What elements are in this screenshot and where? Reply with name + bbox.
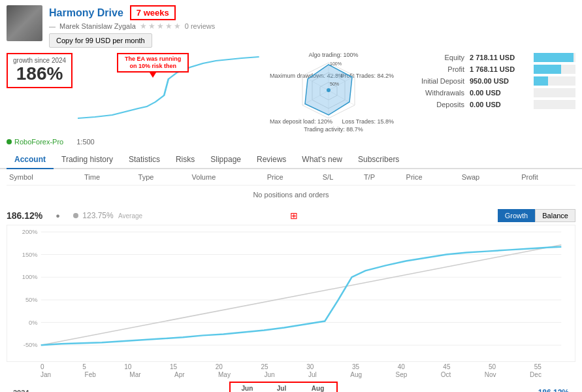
col-swap: Swap	[459, 169, 519, 186]
deposits-bar-container	[534, 100, 575, 109]
copy-button[interactable]: Copy for 99 USD per month	[49, 33, 152, 48]
initial-deposit-bar	[534, 76, 548, 86]
star-5: ★	[174, 22, 181, 31]
star-1: ★	[140, 22, 147, 31]
growth-pct: 186.12%	[7, 210, 42, 221]
tab-slippage[interactable]: Slippage	[202, 151, 249, 169]
equity-value: 2 718.11 USD	[470, 54, 528, 61]
leverage-text: 1:500	[76, 138, 95, 146]
month-jul: Jul	[308, 371, 317, 378]
initial-deposit-value: 950.00 USD	[470, 77, 528, 85]
algo-label: Algo trading: 100%	[308, 52, 358, 58]
avg-sublabel: Average	[118, 212, 142, 220]
growth-value: 186%	[13, 64, 66, 84]
profit-row: Profit 1 768.11 USD	[399, 65, 575, 74]
tab-statistics[interactable]: Statistics	[121, 151, 168, 169]
tabs-container: Account Trading history Statistics Risks…	[0, 151, 582, 169]
growth-badge: growth since 2024 186%	[7, 53, 73, 88]
growth-toggle: Growth Balance	[498, 209, 575, 222]
col-sl: S/L	[320, 169, 361, 186]
header-info: Harmony Drive 7 weeks — Marek Stanislaw …	[49, 5, 575, 48]
deposits-label: Deposits	[399, 101, 464, 108]
equity-bar-container	[534, 53, 575, 62]
aug-month-label: Aug	[309, 385, 327, 392]
month-sep: Sep	[396, 371, 408, 378]
svg-text:100%: 100%	[22, 274, 38, 280]
x-num-15: 15	[170, 363, 177, 370]
equity-row: Equity 2 718.11 USD	[399, 53, 575, 62]
withdrawals-row: Withdrawals 0.00 USD	[399, 88, 575, 97]
tab-whats-new[interactable]: What's new	[294, 151, 350, 169]
table-header-row: Symbol Time Type Volume Price S/L T/P Pr…	[7, 169, 575, 186]
tab-subscribers[interactable]: Subscribers	[350, 151, 407, 169]
col-tp: T/P	[361, 169, 404, 186]
x-num-40: 40	[398, 363, 405, 370]
profit-label: Profit	[399, 65, 464, 73]
star-4: ★	[165, 22, 172, 31]
header-section: Harmony Drive 7 weeks — Marek Stanislaw …	[0, 0, 582, 53]
profit-bar-container	[534, 65, 575, 74]
x-num-5: 5	[82, 363, 86, 370]
svg-text:150%: 150%	[22, 252, 38, 258]
reviews-count: 0 reviews	[185, 22, 215, 30]
broker-status-dot	[7, 139, 12, 144]
svg-point-9	[327, 88, 331, 92]
star-2: ★	[148, 22, 155, 31]
title-row: Harmony Drive 7 weeks	[49, 5, 575, 20]
svg-text:200%: 200%	[22, 229, 38, 235]
initial-deposit-bar-container	[534, 76, 575, 86]
month-may: May	[218, 371, 231, 378]
svg-text:50%: 50%	[330, 82, 339, 86]
withdrawals-label: Withdrawals	[399, 89, 464, 97]
broker-name-text: RoboForex-Pro	[14, 138, 63, 146]
broker-row: RoboForex-Pro 1:500	[0, 135, 582, 148]
main-chart: 200% 150% 100% 50% 0% -50%	[7, 225, 575, 362]
tab-risks[interactable]: Risks	[168, 151, 202, 169]
month-nov: Nov	[485, 371, 496, 378]
radar-section: Algo trading: 100% Profit Trades: 84.2% …	[273, 53, 394, 131]
star-3: ★	[157, 22, 164, 31]
annotation-box: The EA was running on 10% risk then	[117, 53, 189, 73]
svg-text:100%: 100%	[330, 61, 342, 66]
avg-value: 123.75%	[82, 211, 113, 220]
tab-account[interactable]: Account	[7, 151, 54, 169]
jul-cell: Jul 137.31	[270, 385, 293, 392]
x-num-0: 0	[40, 363, 44, 370]
col-price: Price	[265, 169, 320, 186]
tab-trading-history[interactable]: Trading history	[54, 151, 121, 169]
month-dec: Dec	[530, 371, 542, 378]
chart-marker-icon: ⊞	[290, 210, 298, 221]
growth-toggle-balance[interactable]: Balance	[535, 209, 575, 222]
weeks-badge: 7 weeks	[130, 5, 176, 20]
growth-section: 186.12% ● 123.75% Average ⊞ Growth Balan…	[0, 204, 582, 392]
jul-month-label: Jul	[270, 385, 293, 392]
aug-cell: Aug 11.32	[309, 385, 327, 392]
initial-deposit-label: Initial Deposit	[399, 77, 464, 85]
year-total-value: 186.12%	[538, 388, 569, 393]
jun-cell: Jun 8.31	[240, 385, 254, 392]
growth-dot: ●	[56, 212, 60, 220]
col-profit: Profit	[519, 169, 575, 186]
author-name: Marek Stanislaw Zygala	[59, 22, 136, 30]
growth-toggle-growth[interactable]: Growth	[498, 209, 535, 222]
withdrawals-bar-container	[534, 88, 575, 97]
tab-reviews[interactable]: Reviews	[249, 151, 294, 169]
month-oct: Oct	[441, 371, 451, 378]
trading-label: Trading activity: 88.7%	[304, 126, 363, 133]
x-num-20: 20	[216, 363, 223, 370]
col-type: Type	[136, 169, 189, 186]
highlight-box: Jun 8.31 Jul 137.31 Aug 11.32	[229, 382, 338, 392]
col-volume: Volume	[189, 169, 265, 186]
equity-label: Equity	[399, 54, 464, 61]
profit-value: 1 768.11 USD	[470, 65, 528, 73]
bottom-row: 2024 Jun 8.31 Jul 137.31 Aug 11.32 186.1…	[7, 380, 575, 392]
col-symbol: Symbol	[7, 169, 82, 186]
account-title: Harmony Drive	[49, 7, 123, 19]
svg-text:50%: 50%	[25, 297, 38, 303]
month-aug: Aug	[350, 371, 362, 378]
x-num-10: 10	[124, 363, 131, 370]
author-dash: —	[49, 23, 56, 30]
jun-month-label: Jun	[240, 385, 254, 392]
x-num-45: 45	[443, 363, 450, 370]
no-data-row: No positions and orders	[7, 186, 575, 204]
